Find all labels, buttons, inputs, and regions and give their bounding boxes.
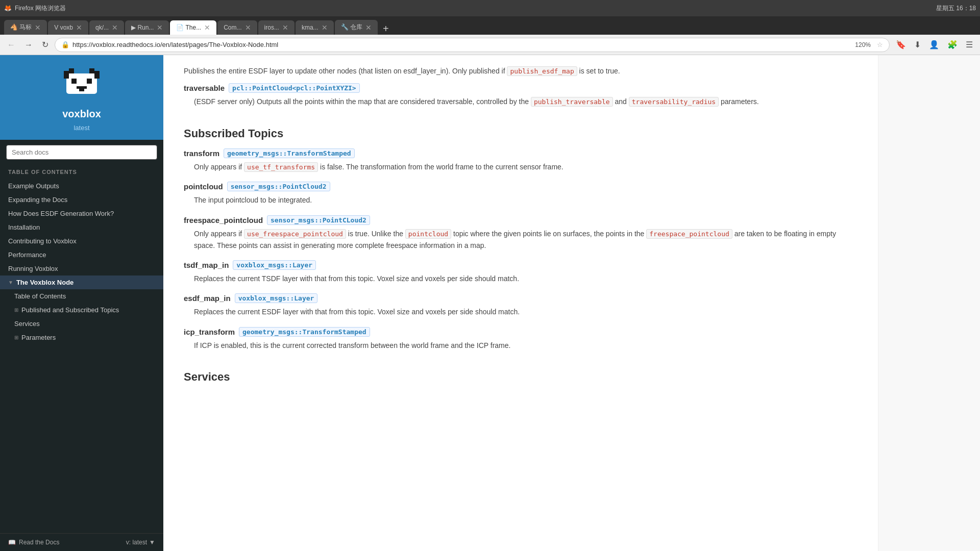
- sidebar: voxblox latest TABLE OF CONTENTS Example…: [0, 55, 163, 551]
- read-the-docs-label: Read the Docs: [19, 539, 59, 546]
- app-name: Firefox 网络浏览器: [15, 4, 66, 13]
- sidebar-item-esdf-generation[interactable]: How Does ESDF Generation Work?: [0, 207, 163, 220]
- subscribed-topics-heading: Subscribed Topics: [184, 122, 857, 140]
- nav-label: Table of Contents: [14, 292, 66, 300]
- sidebar-item-example-outputs[interactable]: Example Outputs: [0, 179, 163, 193]
- transform-name: transform: [184, 149, 219, 158]
- icp-transform-title: icp_transform geometry_msgs::TransformSt…: [184, 327, 857, 337]
- pointcloud-ref-code: pointcloud: [405, 229, 451, 239]
- new-tab-button[interactable]: +: [379, 23, 393, 35]
- toggle-icon-pubsub: ⊞: [14, 307, 18, 313]
- url-input[interactable]: [72, 41, 849, 48]
- freespace-pointcloud-title: freespace_pointcloud sensor_msgs::PointC…: [184, 215, 857, 225]
- tsdf-map-in-title: tsdf_map_in voxblox_msgs::Layer: [184, 260, 857, 270]
- titlebar-left: 🦊 Firefox 网络浏览器: [4, 4, 66, 13]
- zoom-indicator[interactable]: 120%: [852, 40, 874, 49]
- nav-label: How Does ESDF Generation Work?: [8, 210, 114, 217]
- use-tf-transforms-code: use_tf_transforms: [244, 162, 318, 172]
- traversable-name: traversable: [184, 84, 225, 92]
- nav-label: Example Outputs: [8, 182, 59, 190]
- tsdf-map-in-desc: Replaces the current TSDF layer with tha…: [184, 273, 857, 284]
- icp-transform-name: icp_transform: [184, 328, 235, 336]
- tab-2[interactable]: V voxb✕: [48, 20, 88, 35]
- transform-type: geometry_msgs::TransformStamped: [224, 148, 355, 158]
- search-input[interactable]: [6, 145, 157, 160]
- transform-title: transform geometry_msgs::TransformStampe…: [184, 148, 857, 158]
- account-icon[interactable]: 👤: [926, 38, 942, 52]
- sidebar-item-table-of-contents[interactable]: Table of Contents: [0, 289, 163, 303]
- pointcloud-type: sensor_msgs::PointCloud2: [227, 182, 330, 191]
- brand-logo: [61, 63, 102, 104]
- read-the-docs-icon: 📖: [8, 539, 16, 546]
- forward-button[interactable]: →: [21, 38, 36, 52]
- svg-rect-5: [87, 79, 92, 84]
- transform-desc: Only appears if use_tf_transforms is fal…: [184, 161, 857, 173]
- nav-label: Running Voxblox: [8, 265, 58, 272]
- star-icon[interactable]: ☆: [877, 41, 883, 48]
- firefox-icon: 🦊: [4, 5, 12, 12]
- right-margin: [878, 55, 980, 551]
- reload-button[interactable]: ↻: [39, 38, 52, 52]
- icp-transform-desc: If ICP is enabled, this is the current c…: [184, 340, 857, 351]
- sidebar-item-pub-sub-topics[interactable]: ⊞ Published and Subscribed Topics: [0, 303, 163, 317]
- svg-rect-7: [79, 89, 84, 91]
- freespace-pointcloud-desc: Only appears if use_freespace_pointcloud…: [184, 228, 857, 251]
- sidebar-item-expanding-docs[interactable]: Expanding the Docs: [0, 193, 163, 207]
- menu-icon[interactable]: ☰: [963, 38, 976, 52]
- freespace-ref-code: freespace_pointcloud: [646, 229, 732, 239]
- sidebar-item-performance[interactable]: Performance: [0, 248, 163, 262]
- tab-9[interactable]: 🔧 仓库✕: [335, 20, 378, 35]
- sidebar-item-services[interactable]: Services: [0, 317, 163, 331]
- nav-label: The Voxblox Node: [16, 279, 74, 286]
- bookmark-icon[interactable]: 🔖: [893, 38, 909, 52]
- nav-label: Published and Subscribed Topics: [21, 306, 119, 314]
- nav-label: Installation: [8, 223, 40, 231]
- sidebar-item-parameters[interactable]: ⊞ Parameters: [0, 331, 163, 344]
- toc-header: TABLE OF CONTENTS: [0, 165, 163, 179]
- download-icon[interactable]: ⬇: [911, 38, 924, 52]
- toggle-icon-node: ▼: [8, 280, 13, 285]
- titlebar-right: 星期五 16：18: [936, 4, 976, 13]
- sidebar-item-running-voxblox[interactable]: Running Voxblox: [0, 262, 163, 276]
- toolbar-actions: 🔖 ⬇ 👤 🧩 ☰: [893, 38, 976, 52]
- browser-tabs: 🐴 马标✕ V voxb✕ qk/...✕ ▶ Run...✕ 📄 The...…: [0, 16, 980, 35]
- tab-7[interactable]: iros...✕: [258, 20, 295, 35]
- version-footer-label: v: latest: [126, 539, 147, 546]
- version-arrow-icon[interactable]: ▼: [149, 539, 155, 546]
- main-layout: voxblox latest TABLE OF CONTENTS Example…: [0, 55, 980, 551]
- traversable-type: pcl::PointCloud<pcl::PointXYZI>: [229, 83, 360, 93]
- svg-rect-6: [77, 86, 87, 89]
- back-button[interactable]: ←: [4, 38, 18, 52]
- tab-4[interactable]: ▶ Run...✕: [125, 20, 169, 35]
- tab-3[interactable]: qk/...✕: [89, 20, 124, 35]
- sidebar-search-container[interactable]: [6, 145, 157, 160]
- version-label: latest: [74, 124, 89, 132]
- sidebar-item-the-voxblox-node[interactable]: ▼ The Voxblox Node: [0, 276, 163, 289]
- traversable-desc: (ESDF server only) Outputs all the point…: [184, 96, 857, 108]
- sidebar-item-installation[interactable]: Installation: [0, 220, 163, 234]
- services-heading: Services: [184, 365, 857, 384]
- transform-entry: transform geometry_msgs::TransformStampe…: [184, 148, 857, 173]
- svg-rect-8: [64, 71, 69, 79]
- nav-label: Contributing to Voxblox: [8, 237, 77, 245]
- toggle-icon-params: ⊞: [14, 335, 18, 340]
- nav-label: Services: [14, 320, 40, 328]
- sidebar-item-contributing[interactable]: Contributing to Voxblox: [0, 234, 163, 248]
- esdf-map-in-type: voxblox_msgs::Layer: [235, 293, 318, 303]
- address-bar[interactable]: 🔒 120% ☆: [55, 38, 890, 52]
- tsdf-map-in-type: voxblox_msgs::Layer: [233, 260, 316, 270]
- content-area: Publishes the entire ESDF layer to updat…: [163, 55, 878, 551]
- tab-6: Com...✕: [217, 20, 257, 35]
- sidebar-footer: 📖 Read the Docs v: latest ▼: [0, 533, 163, 551]
- traversable-title: traversable pcl::PointCloud<pcl::PointXY…: [184, 83, 857, 93]
- extension-icon[interactable]: 🧩: [944, 38, 961, 52]
- pointcloud-desc: The input pointcloud to be integrated.: [184, 194, 857, 206]
- icp-transform-type: geometry_msgs::TransformStamped: [239, 327, 370, 337]
- publish-esdf-map-code: publish_esdf_map: [507, 66, 577, 76]
- tsdf-map-in-name: tsdf_map_in: [184, 261, 229, 269]
- tab-5-active[interactable]: 📄 The...✕: [170, 20, 216, 35]
- pointcloud-name: pointcloud: [184, 182, 223, 191]
- brand-name: voxblox: [62, 108, 101, 120]
- tab-1[interactable]: 🐴 马标✕: [4, 20, 47, 35]
- tab-8[interactable]: kma...✕: [296, 20, 334, 35]
